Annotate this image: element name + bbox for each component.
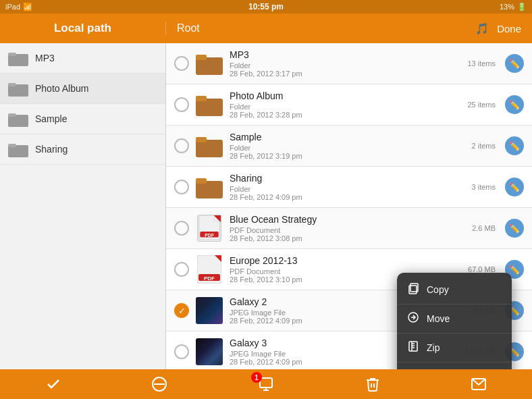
folder-icon-photo-album [196, 90, 223, 119]
file-name-blue-ocean: Blue Ocean Strategy [230, 214, 465, 225]
svg-rect-3 [8, 83, 16, 86]
context-menu-zip[interactable]: Zip [397, 334, 512, 363]
sidebar-label-sample: Sample [35, 113, 67, 124]
bottom-toolbar: 1 [0, 369, 532, 399]
badge-count: 1 [251, 372, 262, 383]
edit-btn-sharing[interactable]: ✏️ [505, 178, 524, 196]
file-size-sample: 2 items [472, 142, 496, 150]
radio-galaxy3[interactable] [174, 344, 189, 359]
file-size-photo-album: 25 items [467, 101, 496, 109]
main-content: MP3 Photo Album Sample [0, 43, 532, 369]
status-left: iPad 📶 [5, 3, 32, 11]
file-size-blue-ocean: 2.6 MB [472, 224, 496, 232]
header-actions: 🎵 Done [475, 22, 521, 35]
copy-label: Copy [427, 284, 449, 295]
file-meta-photo-album: Folder28 Feb, 2012 3:28 pm [230, 103, 460, 119]
file-list: MP3 Folder28 Feb, 2012 3:17 pm 13 items … [166, 43, 532, 369]
radio-mp3[interactable] [174, 56, 189, 71]
file-item-mp3[interactable]: MP3 Folder28 Feb, 2012 3:17 pm 13 items … [166, 43, 532, 84]
folder-icon [8, 111, 28, 127]
radio-blue-ocean[interactable] [174, 221, 189, 236]
move-label: Move [427, 313, 450, 324]
radio-photo-album[interactable] [174, 97, 189, 112]
zip-label: Zip [427, 342, 440, 353]
cancel-button[interactable] [144, 369, 174, 399]
main-header-title: Root [177, 22, 200, 34]
context-menu-open-in[interactable]: Open in [397, 363, 512, 369]
status-right: 13% 🔋 [500, 3, 527, 11]
done-button[interactable]: Done [497, 23, 521, 34]
zip-icon [406, 340, 420, 355]
context-menu-move[interactable]: Move [397, 304, 512, 334]
edit-btn-blue-ocean[interactable]: ✏️ [505, 219, 524, 238]
battery-label: 13% [500, 3, 514, 11]
file-size-mp3: 13 items [467, 59, 496, 68]
folder-icon-sample [196, 131, 223, 161]
image-icon-galaxy3 [196, 337, 223, 367]
file-info-photo-album: Photo Album Folder28 Feb, 2012 3:28 pm [230, 90, 460, 119]
checkmark-button[interactable] [38, 369, 68, 399]
delete-button[interactable] [358, 369, 388, 399]
svg-rect-15 [196, 178, 207, 184]
file-item-sample[interactable]: Sample Folder28 Feb, 2012 3:19 pm 2 item… [166, 126, 532, 167]
pdf-icon-europe: PDF [196, 255, 223, 284]
svg-rect-5 [8, 113, 16, 117]
radio-sample[interactable] [174, 138, 189, 153]
copy-icon [406, 282, 420, 297]
file-name-sample: Sample [230, 132, 465, 142]
edit-btn-mp3[interactable]: ✏️ [505, 54, 524, 73]
sidebar-label-sharing: Sharing [35, 144, 68, 155]
status-bar: iPad 📶 10:55 pm 13% 🔋 [0, 0, 532, 14]
radio-europe[interactable] [174, 262, 189, 277]
sidebar-item-photo-album[interactable]: Photo Album [0, 74, 165, 104]
svg-rect-13 [196, 137, 207, 142]
file-size-sharing: 3 items [472, 183, 496, 191]
sidebar-label-photo-album: Photo Album [35, 83, 88, 94]
context-menu-copy[interactable]: Copy [397, 275, 512, 304]
sidebar-header: Local path [0, 22, 166, 35]
file-info-mp3: MP3 Folder28 Feb, 2012 3:17 pm [230, 49, 460, 78]
file-meta-sharing: Folder28 Feb, 2012 4:09 pm [230, 185, 465, 201]
main-header: Root 🎵 Done [166, 22, 532, 35]
sidebar-item-mp3[interactable]: MP3 [0, 43, 165, 74]
svg-rect-9 [196, 55, 207, 60]
file-meta-sample: Folder28 Feb, 2012 3:19 pm [230, 144, 465, 160]
file-info-blue-ocean: Blue Ocean Strategy PDF Document28 Feb, … [230, 214, 465, 242]
music-note-icon[interactable]: 🎵 [475, 22, 489, 35]
file-name-sharing: Sharing [230, 173, 465, 184]
file-meta-mp3: Folder28 Feb, 2012 3:17 pm [230, 61, 460, 78]
header: Local path Root 🎵 Done [0, 14, 532, 43]
edit-btn-sample[interactable]: ✏️ [505, 136, 524, 155]
radio-galaxy2[interactable]: ✓ [174, 303, 189, 318]
email-button[interactable] [464, 369, 494, 399]
file-name-mp3: MP3 [230, 49, 460, 60]
file-item-blue-ocean[interactable]: PDF Blue Ocean Strategy PDF Document28 F… [166, 208, 532, 249]
file-meta-blue-ocean: PDF Document28 Feb, 2012 3:08 pm [230, 226, 465, 242]
battery-icon: 🔋 [517, 3, 527, 11]
svg-rect-7 [8, 144, 16, 147]
context-menu: Copy Move [397, 273, 512, 369]
radio-sharing[interactable] [174, 180, 189, 194]
svg-rect-39 [260, 378, 272, 388]
file-name-photo-album: Photo Album [230, 90, 460, 101]
image-icon-galaxy2 [196, 296, 223, 325]
sidebar-item-sharing[interactable]: Sharing [0, 134, 165, 165]
sidebar: MP3 Photo Album Sample [0, 43, 166, 369]
svg-rect-11 [196, 96, 207, 101]
file-info-sharing: Sharing Folder28 Feb, 2012 4:09 pm [230, 173, 465, 201]
file-name-europe: Europe 2012-13 [230, 255, 461, 266]
move-icon [406, 311, 420, 326]
folder-icon-mp3 [196, 49, 223, 78]
carrier-label: iPad [5, 3, 20, 11]
file-item-sharing[interactable]: Sharing Folder28 Feb, 2012 4:09 pm 3 ite… [166, 167, 532, 208]
check-icon: ✓ [178, 306, 186, 316]
folder-icon-sharing [196, 172, 223, 202]
sidebar-header-title: Local path [54, 22, 111, 35]
edit-btn-photo-album[interactable]: ✏️ [505, 95, 524, 114]
sidebar-item-sample[interactable]: Sample [0, 104, 165, 134]
sidebar-label-mp3: MP3 [35, 53, 55, 63]
folder-icon [8, 50, 28, 66]
file-item-photo-album[interactable]: Photo Album Folder28 Feb, 2012 3:28 pm 2… [166, 84, 532, 126]
pdf-icon-blue-ocean: PDF [196, 213, 223, 243]
svg-rect-29 [409, 342, 417, 351]
